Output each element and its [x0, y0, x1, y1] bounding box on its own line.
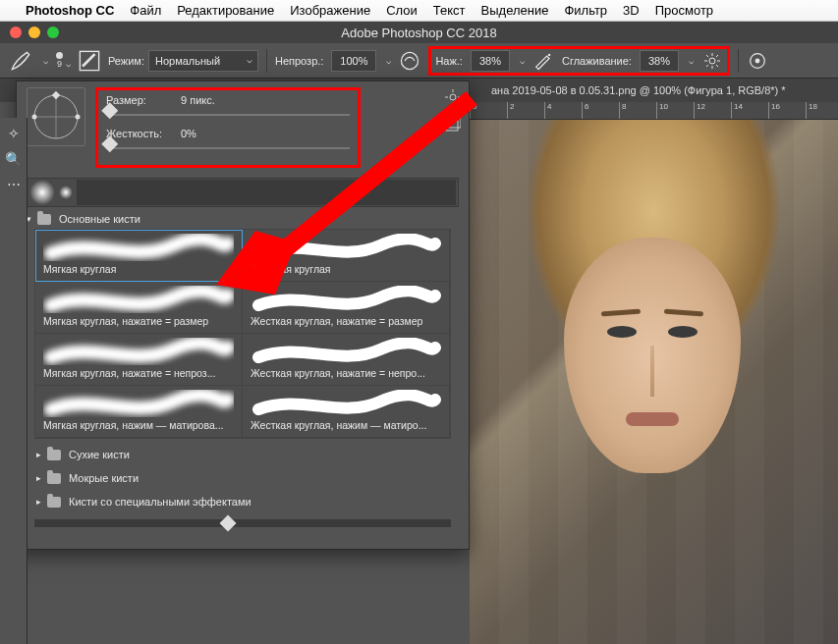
annotation-red-box-sliders: Размер: 9 пикс. Жесткость: 0%	[95, 87, 361, 168]
menu-3d[interactable]: 3D	[623, 3, 640, 18]
svg-line-10	[716, 55, 718, 57]
brush-preset-picker[interactable]: 9 ⌵	[56, 52, 71, 69]
brush-tool-icon[interactable]	[8, 48, 33, 74]
brush-folder[interactable]: ▸Сухие кисти	[34, 443, 451, 466]
panel-slider[interactable]	[34, 519, 451, 527]
flow-field[interactable]: 38%	[471, 50, 510, 72]
ruler-tick: 0	[470, 102, 476, 120]
svg-point-2	[548, 53, 550, 55]
menu-filter[interactable]: Фильтр	[564, 3, 607, 18]
brush-preset-name: Жесткая круглая, нажим — матиро...	[251, 419, 441, 431]
document-tab-title: ана 2019-05-08 в 0.05.31.png @ 100% (Фиг…	[491, 84, 786, 96]
smoothing-field[interactable]: 38%	[640, 50, 679, 72]
brush-preset-name: Мягкая круглая, нажатие = непроз...	[43, 367, 234, 379]
hardness-slider[interactable]	[106, 141, 350, 155]
brush-group-main[interactable]: ▾ Основные кисти	[27, 213, 459, 225]
folder-icon	[37, 214, 51, 225]
brush-preset-item[interactable]: Жесткая круглая	[243, 230, 450, 282]
size-value[interactable]: 9 пикс.	[181, 94, 240, 106]
pressure-size-icon[interactable]	[747, 50, 768, 72]
tool-preset-chevron-icon[interactable]: ⌵	[43, 56, 48, 66]
annotation-red-box-options: Наж.: 38% ⌵ Сглаживание: 38% ⌵	[428, 46, 730, 76]
brush-picker-chevron-icon[interactable]: ⌵	[66, 59, 71, 69]
window-zoom-button[interactable]	[47, 27, 59, 38]
menu-text[interactable]: Текст	[433, 3, 466, 18]
brush-preset-item[interactable]: Жесткая круглая, нажатие = непро...	[243, 334, 450, 386]
canvas-image	[470, 120, 838, 644]
recent-brush-2[interactable]	[59, 186, 73, 199]
smoothing-options-gear-icon[interactable]	[701, 50, 723, 72]
brush-preset-item[interactable]: Мягкая круглая, нажим — матирова...	[35, 386, 243, 438]
blend-mode-select[interactable]: Нормальный	[148, 50, 258, 72]
brush-preset-name: Жесткая круглая, нажатие = размер	[251, 315, 441, 327]
options-bar: ⌵ 9 ⌵ Режим: Нормальный Непрозр.: 100% ⌵…	[0, 43, 838, 79]
brush-stroke-preview	[43, 234, 234, 261]
recent-brushes-empty	[77, 180, 456, 205]
menu-view[interactable]: Просмотр	[655, 3, 713, 18]
brush-stroke-preview	[43, 390, 234, 417]
pressure-opacity-icon[interactable]	[399, 50, 420, 72]
svg-point-20	[450, 94, 456, 100]
brush-stroke-preview	[43, 286, 234, 313]
brush-preset-item[interactable]: Мягкая круглая	[35, 230, 243, 282]
ruler-tick: 16	[768, 102, 780, 120]
window-close-button[interactable]	[10, 27, 22, 38]
folder-icon	[47, 473, 61, 484]
tool-strip: ✧ 🔍 ⋯	[0, 118, 28, 644]
brush-preset-name: Жесткая круглая	[251, 263, 441, 275]
brush-preset-item[interactable]: Жесткая круглая, нажим — матиро...	[243, 386, 450, 438]
svg-line-8	[706, 55, 708, 57]
ruler-tick: 12	[694, 102, 705, 120]
menu-image[interactable]: Изображение	[290, 3, 370, 18]
menu-layer[interactable]: Слои	[386, 3, 418, 18]
menu-edit[interactable]: Редактирование	[177, 3, 274, 18]
brush-panel-toggle-icon[interactable]	[79, 50, 100, 72]
divider	[266, 49, 267, 73]
size-label: Размер:	[106, 94, 173, 106]
smoothing-label: Сглаживание:	[562, 55, 632, 67]
brush-folder[interactable]: ▸Мокрые кисти	[34, 466, 451, 490]
brush-preview-dot-icon	[56, 52, 63, 59]
opacity-chevron-icon[interactable]: ⌵	[386, 56, 391, 66]
window-traffic-lights	[0, 27, 59, 38]
brush-folder-label: Мокрые кисти	[69, 472, 139, 484]
canvas-area[interactable]	[470, 120, 838, 644]
brush-folder-label: Кисти со специальными эффектами	[69, 496, 251, 508]
divider	[738, 49, 739, 73]
hardness-value[interactable]: 0%	[181, 128, 240, 139]
airbrush-icon[interactable]	[532, 50, 554, 72]
opacity-label: Непрозр.:	[275, 55, 323, 67]
app-menu[interactable]: Photoshop CC	[26, 3, 114, 18]
flow-chevron-icon[interactable]: ⌵	[520, 56, 525, 66]
zoom-tool-icon[interactable]: 🔍	[2, 147, 26, 171]
smoothing-value: 38%	[648, 55, 670, 67]
folder-icon	[47, 497, 61, 508]
opacity-field[interactable]: 100%	[331, 50, 376, 72]
brush-preset-item[interactable]: Мягкая круглая, нажатие = размер	[35, 282, 243, 334]
recent-brushes-row	[27, 178, 459, 207]
eyedropper-tool-icon[interactable]: ✧	[2, 122, 26, 145]
smoothing-chevron-icon[interactable]: ⌵	[689, 56, 694, 66]
brush-folder[interactable]: ▸Кисти со специальными эффектами	[34, 490, 451, 513]
brush-preset-panel: Размер: 9 пикс. Жесткость: 0% ▾ Основн	[16, 80, 470, 550]
svg-rect-19	[52, 91, 60, 99]
size-slider[interactable]	[106, 108, 350, 122]
menu-file[interactable]: Файл	[130, 3, 161, 18]
new-preset-icon[interactable]	[445, 117, 461, 133]
svg-rect-25	[446, 121, 458, 131]
flow-value: 38%	[479, 55, 501, 67]
brush-folder-label: Сухие кисти	[69, 449, 130, 460]
brush-stroke-preview	[43, 338, 234, 365]
brush-stroke-preview	[251, 234, 441, 261]
brush-preset-item[interactable]: Мягкая круглая, нажатие = непроз...	[35, 334, 243, 386]
brush-tip-angle-preview[interactable]	[27, 87, 85, 146]
recent-brush-1[interactable]	[29, 180, 55, 205]
horizontal-ruler: 024681012141618	[470, 102, 838, 120]
brush-group-main-label: Основные кисти	[59, 213, 140, 225]
more-tools-icon[interactable]: ⋯	[2, 173, 26, 196]
panel-settings-gear-icon[interactable]	[445, 89, 461, 105]
menu-select[interactable]: Выделение	[481, 3, 549, 18]
brush-preset-item[interactable]: Жесткая круглая, нажатие = размер	[243, 282, 450, 334]
window-minimize-button[interactable]	[28, 27, 40, 38]
window-titlebar: Adobe Photoshop CC 2018	[0, 22, 838, 43]
